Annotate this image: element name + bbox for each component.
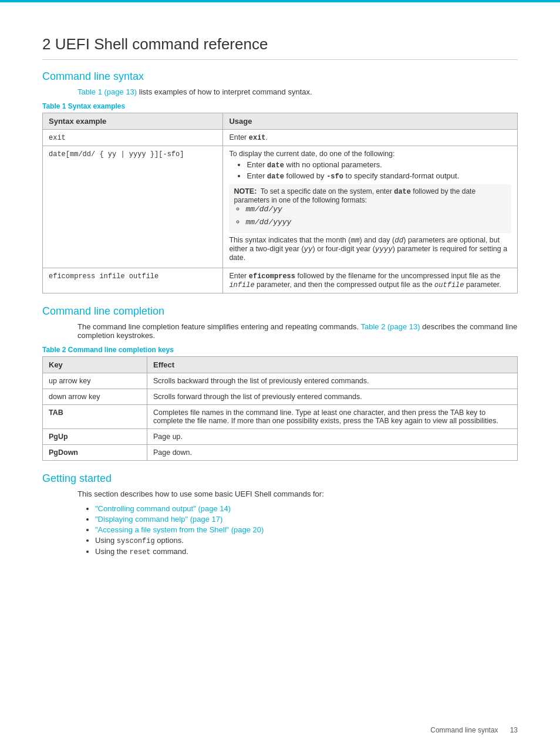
cell-effect-tab: Completes file names in the command line…: [147, 405, 517, 429]
link-controlling[interactable]: "Controlling command output" (page 14): [95, 504, 231, 513]
code-sysconfig: sysconfig: [117, 537, 155, 545]
cell-syntax-eficompress: eficompress infile outfile: [43, 268, 223, 293]
code-sfo: -sfo: [326, 173, 343, 181]
bold-date1: date: [267, 160, 284, 169]
table-row: TAB Completes file names in the command …: [43, 405, 518, 429]
cell-key-down: down arrow key: [43, 389, 147, 405]
cell-effect-down: Scrolls forward through the list of prev…: [147, 389, 517, 405]
date-syntax-note-text: This syntax indicates that the month (mm…: [229, 236, 511, 262]
list-item: Enter date with no optional parameters.: [247, 160, 511, 170]
code-date1: date: [267, 161, 284, 170]
code-exit-bold: exit: [249, 134, 266, 142]
page: 2 UEFI Shell command reference Command l…: [0, 0, 560, 746]
cell-key-pgdown: PgDown: [43, 445, 147, 461]
sysconfig-text: Using sysconfig options.: [95, 536, 184, 545]
top-border-decoration: [0, 0, 560, 2]
date-format-list: mm/dd/yy mm/dd/yyyy: [245, 204, 507, 227]
syntax-intro: Table 1 (page 13) lists examples of how …: [77, 87, 518, 96]
footer-label: Command line syntax: [430, 726, 498, 734]
footer-page: 13: [510, 726, 518, 734]
cell-syntax-exit: exit: [43, 130, 223, 146]
table-row: exit Enter exit.: [43, 130, 518, 146]
dd-param: dd: [394, 237, 403, 245]
code-infile: infile: [229, 281, 254, 289]
link-displaying[interactable]: "Displaying command help" (page 17): [95, 515, 222, 524]
col-syntax-example: Syntax example: [43, 113, 223, 130]
code-outfile: outfile: [434, 281, 464, 289]
format-mmddyy: mm/dd/yy: [245, 205, 282, 214]
section-command-line-completion: Command line completion: [42, 305, 518, 318]
list-item: "Controlling command output" (page 14): [95, 504, 518, 513]
table1-link[interactable]: Table 1 (page 13): [77, 87, 137, 96]
code-eficompress-bold: eficompress: [249, 272, 295, 281]
cell-usage-date: To display the current date, do one of t…: [223, 146, 518, 268]
date-usage-intro: To display the current date, do one of t…: [229, 150, 511, 158]
col-effect: Effect: [147, 357, 517, 373]
code-date3: date: [394, 188, 411, 196]
code-exit: exit: [49, 134, 66, 142]
code-eficompress: eficompress infile outfile: [49, 272, 158, 281]
table-row: PgDown Page down.: [43, 445, 518, 461]
section-getting-started: Getting started: [42, 472, 518, 485]
getting-started-list: "Controlling command output" (page 14) "…: [95, 504, 518, 556]
bold-date3: date: [394, 187, 411, 195]
note-text: To set a specific date on the system, en…: [234, 187, 475, 204]
cell-key-pgup: PgUp: [43, 429, 147, 445]
italic-outfile: outfile: [434, 281, 464, 289]
list-item: "Accessing a file system from the Shell"…: [95, 525, 518, 534]
footer-spacer: [500, 726, 508, 734]
list-item: Enter date followed by -sfo to specify s…: [247, 171, 511, 181]
date-note-box: NOTE: To set a specific date on the syst…: [229, 184, 511, 233]
code-date2: date: [267, 173, 284, 181]
bold-date2: date: [267, 171, 284, 180]
bold-pgdown: PgDown: [49, 448, 78, 457]
cell-effect-up: Scrolls backward through the list of pre…: [147, 373, 517, 389]
bold-sfo: -sfo: [326, 171, 343, 180]
section-command-line-syntax: Command line syntax: [42, 70, 518, 83]
bold-tab: TAB: [49, 409, 63, 417]
table1-title: Table 1 Syntax examples: [42, 102, 518, 110]
col-usage: Usage: [223, 113, 518, 130]
list-item: Using the reset command.: [95, 547, 518, 556]
date-bullet-list: Enter date with no optional parameters. …: [247, 160, 511, 181]
cell-usage-eficompress: Enter eficompress followed by the filena…: [223, 268, 518, 293]
cell-key-up: up arrow key: [43, 373, 147, 389]
code-date: date[mm/dd/ { yy | yyyy }][-sfo]: [49, 150, 184, 158]
table-row: date[mm/dd/ { yy | yyyy }][-sfo] To disp…: [43, 146, 518, 268]
reset-text: Using the reset command.: [95, 547, 188, 556]
table-row: up arrow key Scrolls backward through th…: [43, 373, 518, 389]
table-row: down arrow key Scrolls forward through t…: [43, 389, 518, 405]
bold-exit: exit: [249, 133, 266, 141]
cell-usage-exit: Enter exit.: [223, 130, 518, 146]
completion-intro-text1: The command line completion feature simp…: [77, 322, 360, 331]
link-accessing[interactable]: "Accessing a file system from the Shell"…: [95, 525, 264, 534]
yy-param: yy: [304, 245, 313, 254]
completion-table: Key Effect up arrow key Scrolls backward…: [42, 356, 518, 461]
getting-started-intro: This section describes how to use some b…: [77, 490, 518, 498]
table2-title: Table 2 Command line completion keys: [42, 346, 518, 354]
completion-intro: The command line completion feature simp…: [77, 322, 518, 340]
cell-effect-pgup: Page up.: [147, 429, 517, 445]
list-item: mm/dd/yy: [245, 204, 507, 214]
yyyy-param: yyyy: [375, 245, 393, 254]
note-label: NOTE:: [234, 187, 257, 195]
cell-effect-pgdown: Page down.: [147, 445, 517, 461]
mm-param: mm: [350, 237, 359, 245]
cell-syntax-date: date[mm/dd/ { yy | yyyy }][-sfo]: [43, 146, 223, 268]
page-footer: Command line syntax 13: [430, 726, 518, 734]
list-item: "Displaying command help" (page 17): [95, 515, 518, 524]
table-row: eficompress infile outfile Enter eficomp…: [43, 268, 518, 293]
list-item: mm/dd/yyyy: [245, 217, 507, 227]
table2-link[interactable]: Table 2 (page 13): [360, 322, 420, 331]
cell-key-tab: TAB: [43, 405, 147, 429]
bold-pgup: PgUp: [49, 433, 68, 441]
syntax-intro-text: lists examples of how to interpret comma…: [139, 87, 312, 96]
format-mmddyyyy: mm/dd/yyyy: [245, 218, 291, 227]
col-key: Key: [43, 357, 147, 373]
list-item: Using sysconfig options.: [95, 536, 518, 545]
italic-infile: infile: [229, 281, 254, 289]
code-reset: reset: [130, 548, 151, 556]
syntax-table: Syntax example Usage exit Enter exit. da…: [42, 113, 518, 293]
table-row: PgUp Page up.: [43, 429, 518, 445]
chapter-title: 2 UEFI Shell command reference: [42, 35, 518, 60]
